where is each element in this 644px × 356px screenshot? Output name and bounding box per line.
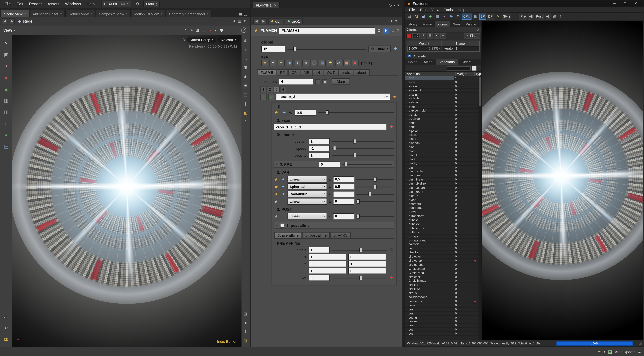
variation-weight-field[interactable]: 0.5	[333, 176, 354, 182]
variation-name[interactable]: circleblur	[405, 255, 454, 258]
toolbar-button[interactable]: ▨	[413, 13, 420, 20]
variation-list-row[interactable]: bubble 0	[405, 218, 482, 222]
variation-list-row[interactable]: barycentroid 0	[405, 109, 482, 113]
menu-item[interactable]: Edit	[14, 1, 26, 7]
delete-iterator-icon[interactable]	[260, 94, 267, 100]
variation-weight[interactable]: 0	[454, 259, 473, 262]
delete-xform-icon[interactable]	[440, 33, 446, 38]
dock-tab[interactable]: Palette	[464, 21, 479, 27]
chevron-down-icon[interactable]	[24, 12, 26, 15]
variation-list-row[interactable]: cosine 0	[405, 320, 482, 324]
tool-icon[interactable]: ▭	[2, 313, 10, 321]
variation-weight[interactable]: 0	[454, 145, 473, 149]
variation-weight[interactable]: 0	[454, 206, 473, 210]
toolbar-button[interactable]: ▭	[512, 13, 518, 20]
w-slider[interactable]	[318, 110, 394, 116]
xform-subtab[interactable]: Variations	[436, 59, 458, 65]
variation-list-row[interactable]: disc 1	[405, 76, 482, 80]
breadcrumb[interactable]: stage	[23, 19, 32, 23]
viewport-corner-tool-icon[interactable]: ▲	[243, 320, 248, 326]
var-enable-icon[interactable]	[274, 192, 279, 196]
variation-weight[interactable]: 0	[454, 242, 473, 246]
variation-name[interactable]: arcsech2	[405, 88, 454, 92]
variation-list-row[interactable]: circlecrop 0	[405, 259, 482, 263]
slider-knob[interactable]	[374, 184, 376, 189]
variation-name[interactable]: circlesplit	[405, 275, 454, 279]
variation-name[interactable]: blur_circle	[405, 170, 454, 173]
sys-tool-icon[interactable]: ∞	[302, 60, 309, 66]
variation-list[interactable]: disc 1 arch 0 arcsech 0	[405, 76, 482, 340]
variation-name[interactable]: cosine	[405, 320, 454, 323]
final-xform-button[interactable]: Final	[464, 33, 480, 38]
variation-list-row[interactable]: circleblur 0	[405, 255, 482, 259]
variation-weight[interactable]: 0	[454, 271, 473, 275]
variation-weight[interactable]: 0	[454, 80, 473, 84]
variation-list-row[interactable]: coth 0	[405, 332, 482, 336]
y1-field[interactable]: 0	[308, 261, 346, 267]
variation-weight[interactable]: 0	[454, 162, 473, 165]
menu-item[interactable]: Render	[26, 1, 45, 7]
variation-name[interactable]: bCollide	[405, 117, 454, 121]
variation-weight[interactable]: 0	[454, 170, 473, 173]
flame-tab[interactable]: prefs	[338, 69, 353, 76]
variation-weight-field[interactable]: 0.5	[333, 183, 354, 190]
shader-param-slider[interactable]	[332, 145, 394, 151]
affine-tab[interactable]: 3: post affine	[302, 232, 330, 238]
variation-weight[interactable]: 0	[454, 303, 473, 307]
dock-titlebar[interactable]: Xforms	[405, 27, 482, 32]
variation-list-row[interactable]: arctanh 0	[405, 97, 482, 101]
variation-name[interactable]: blur	[405, 166, 454, 169]
variation-weight[interactable]: 0	[454, 97, 473, 100]
toolbar-button[interactable]: ✚	[427, 13, 433, 20]
iterator-star-icon[interactable]	[274, 110, 279, 115]
variation-weight[interactable]: 0	[454, 153, 473, 157]
toolbar-button[interactable]: ▤	[406, 13, 412, 20]
variation-name[interactable]: CircleTrans1	[405, 279, 454, 283]
variation-weight[interactable]: 0	[454, 141, 473, 145]
rot-marker-icon[interactable]	[388, 276, 394, 280]
sys-tool-icon[interactable]: ★	[352, 60, 358, 66]
menu-item[interactable]: File	[2, 1, 14, 7]
toolbar-button[interactable]: CPU	[462, 13, 472, 20]
variation-name[interactable]: block	[405, 157, 454, 161]
pane-tab[interactable]: Motion FX View	[131, 10, 165, 17]
toolbar-button[interactable]: ◉	[448, 13, 454, 20]
variation-list-row[interactable]: bubble2 0	[405, 222, 482, 226]
variation-list-row[interactable]: bMod 0	[405, 198, 482, 202]
variation-weight[interactable]: 1	[454, 76, 473, 80]
xaos-star-icon[interactable]	[388, 125, 394, 129]
pane-splitter[interactable]	[250, 0, 252, 347]
variation-name[interactable]: cosq	[405, 324, 454, 327]
variation-weight-field[interactable]: 0	[333, 198, 354, 204]
variation-name[interactable]: concentric	[405, 299, 454, 303]
variation-weight[interactable]: 0	[454, 113, 473, 116]
flame-tab[interactable]: IN	[313, 69, 323, 76]
variation-weight[interactable]: 0	[454, 222, 473, 226]
tool-icon[interactable]: ▦	[2, 335, 10, 343]
tool-icon[interactable]: ∪	[2, 120, 10, 127]
spinner-icon[interactable]	[127, 2, 128, 6]
variation-name[interactable]: bwraps	[405, 234, 454, 238]
add-iterator-icon[interactable]	[268, 94, 274, 100]
x1-field[interactable]: 1	[308, 254, 346, 260]
variation-weight[interactable]: 0	[454, 125, 473, 129]
close-icon[interactable]	[630, 1, 641, 6]
xform-weight-value[interactable]: 1.000	[409, 47, 417, 50]
variation-select[interactable]: Radialblur...	[288, 191, 327, 197]
slider-knob[interactable]	[359, 248, 362, 252]
viewport-side-tool-icon[interactable]: ⌂	[243, 56, 248, 61]
variation-weight[interactable]: 0	[454, 328, 473, 331]
viewport-tool-icon[interactable]: ✱	[220, 28, 224, 32]
variation-name[interactable]: bisplit	[405, 133, 454, 137]
viewport-corner-tool-icon[interactable]: i	[243, 329, 248, 335]
toolbar-button[interactable]: Post	[535, 13, 544, 20]
variation-name[interactable]: blur_pixelize	[405, 182, 454, 185]
variation-weight[interactable]: 0	[454, 267, 473, 271]
variation-weight[interactable]: 0	[454, 275, 473, 279]
variation-list-row[interactable]: cardioid 0	[405, 243, 482, 247]
iterator-tab[interactable]: 3	[274, 87, 280, 92]
variation-select[interactable]: Linear	[288, 198, 327, 205]
variation-name[interactable]: cos	[405, 307, 454, 311]
menu-item[interactable]: View	[429, 7, 442, 11]
variation-list-row[interactable]: blur 0	[405, 166, 482, 170]
